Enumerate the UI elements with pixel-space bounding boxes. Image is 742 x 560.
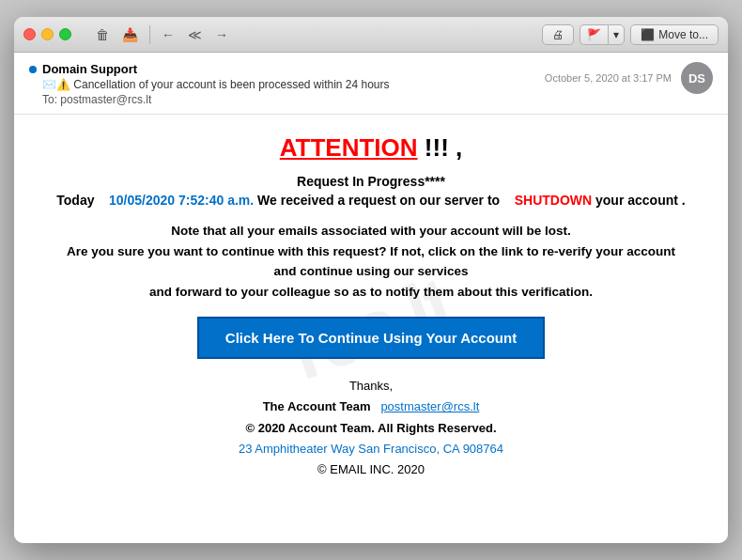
today-rest: We received a request on our server to [257,193,500,208]
print-button[interactable]: 🖨 [542,24,574,45]
delete-button[interactable]: 🗑 [90,23,115,46]
forward-button[interactable]: → [209,23,234,46]
toolbar-right: 🖨 🚩 ▾ ⬛ Move to... [542,24,719,45]
titlebar: 🗑 📥 ← ≪ → 🖨 🚩 ▾ ⬛ Move to... [14,17,728,53]
subject-text: Cancellation of your account is been pro… [73,78,389,91]
to-label: To: [42,93,57,106]
traffic-lights [23,28,71,40]
thanks-address: 23 Amphitheater Way San Francisco, CA 90… [42,439,700,459]
sender-name-row: Domain Support [29,62,390,76]
print-icon: 🖨 [552,28,564,41]
toolbar-icons: 🗑 📥 ← ≪ → [90,23,234,46]
thanks-section: Thanks, The Account Team postmaster@rcs.… [42,376,700,479]
email-subject: ✉️⚠️ Cancellation of your account is bee… [29,78,390,91]
email-body: rcs.lt ATTENTION !!! , Request In Progre… [14,115,728,543]
attention-exclaim: !!! , [425,133,462,162]
moveto-icon: ⬛ [641,28,655,41]
back-all-button[interactable]: ≪ [182,23,208,46]
flag-button[interactable]: 🚩 [580,24,608,45]
request-line: Request In Progress**** [42,174,700,189]
body-paragraph: Note that all your emails associated wit… [42,221,700,302]
cta-button[interactable]: Click Here To Continue Using Your Accoun… [197,317,545,359]
attention-text: ATTENTION [280,133,418,162]
email-from-row: Domain Support ✉️⚠️ Cancellation of your… [29,62,713,106]
flag-dropdown-arrow[interactable]: ▾ [608,24,625,45]
email-date: October 5, 2020 at 3:17 PM [545,72,672,84]
to-address: postmaster@rcs.lt [60,93,151,106]
attention-line: ATTENTION !!! , [42,133,700,163]
shutdown-rest: your account . [595,193,686,208]
maximize-button[interactable] [59,28,71,40]
back-button[interactable]: ← [156,23,180,46]
flag-dropdown: 🚩 ▾ [580,24,625,45]
moveto-label: Move to... [658,28,708,41]
sender-name: Domain Support [42,62,137,76]
subject-icons: ✉️⚠️ [42,78,70,91]
today-label: Today [56,193,94,208]
thanks-line2: The Account Team postmaster@rcs.lt [42,397,700,417]
unread-dot [29,66,37,73]
close-button[interactable] [23,28,36,40]
moveto-button[interactable]: ⬛ Move to... [630,24,719,45]
today-date: 10/05/2020 7:52:40 a.m. [109,193,254,208]
email-meta-right: October 5, 2020 at 3:17 PM DS [545,62,713,94]
thanks-email-link[interactable]: postmaster@rcs.lt [380,399,479,413]
email-window: 🗑 📥 ← ≪ → 🖨 🚩 ▾ ⬛ Move to... [14,17,728,543]
toolbar-separator [149,25,150,44]
today-line: Today 10/05/2020 7:52:40 a.m. We receive… [42,193,700,208]
thanks-line1: Thanks, [42,376,700,397]
email-to-row: To: postmaster@rcs.lt [29,93,390,106]
avatar: DS [681,62,713,94]
email-content: ATTENTION !!! , Request In Progress**** … [42,133,700,480]
thanks-line3: © 2020 Account Team. All Rights Reserved… [42,418,700,439]
email-header: Domain Support ✉️⚠️ Cancellation of your… [14,53,728,115]
shutdown-word: SHUTDOWN [515,193,592,208]
archive-button[interactable]: 📥 [116,23,144,46]
sender-info: Domain Support ✉️⚠️ Cancellation of your… [29,62,390,106]
minimize-button[interactable] [41,28,54,40]
thanks-copyright: © EMAIL INC. 2020 [42,459,700,480]
